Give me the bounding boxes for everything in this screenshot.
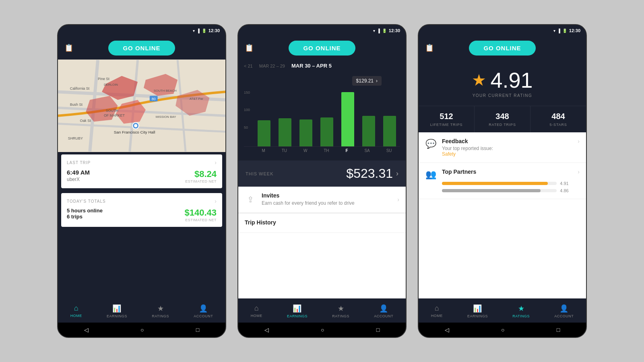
back-button-2[interactable]: ◁ [264,327,269,333]
phone-home: ▾ ▐ 🔋 12:30 📋 GO ONLINE [57,24,226,338]
this-week-label: THIS WEEK [246,171,274,176]
totals-hours: 5 hours online [67,208,103,214]
totals-right: $140.43 ESTIMATED NET [184,208,217,222]
back-button-1[interactable]: ◁ [84,327,89,333]
status-bar-1: ▾ ▐ 🔋 12:30 [58,25,225,36]
home-button-2[interactable]: ○ [321,327,324,333]
partner-bar-value-2: 4.86 [560,188,572,193]
last-trip-header: LAST TRIP › [67,159,217,166]
svg-text:California St: California St [70,86,90,90]
home-button-1[interactable]: ○ [140,327,144,333]
ratings-icon-3: ★ [518,304,524,313]
wifi-icon-3: ▾ [553,29,555,33]
clipboard-icon-1[interactable]: 📋 [64,43,73,52]
android-nav-3: ◁ ○ □ [419,323,586,337]
go-online-button-2[interactable]: GO ONLINE [289,41,355,56]
nav-home-label-2: HOME [251,314,262,318]
nav-account-1[interactable]: 👤 ACCOUNT [194,304,213,318]
totals-amount-label: ESTIMATED NET [184,218,217,222]
last-trip-chevron[interactable]: › [215,159,217,166]
stat-lifetime-label: LIFETIME TRIPS [430,123,463,127]
phone-earnings: ▾ ▐ 🔋 12:30 📋 GO ONLINE < 21 MAR 22 – 29… [237,24,407,338]
nav-home-1[interactable]: ⌂ HOME [70,304,82,318]
day-th: TH [324,148,329,153]
status-time-2: 12:30 [389,28,400,33]
stat-rated-label: RATED TRIPS [489,123,516,127]
recents-button-3[interactable]: □ [557,327,560,333]
go-online-button-3[interactable]: GO ONLINE [469,41,535,56]
nav-earnings-3[interactable]: 📊 EARNINGS [467,304,488,318]
partner-bar-fill-1 [442,182,548,185]
home-button-3[interactable]: ○ [501,327,504,333]
day-sa: SA [364,148,369,153]
nav-home-2[interactable]: ⌂ HOME [251,304,262,318]
group-icon: 👥 [425,169,436,180]
this-week-amount: $523.31 › [346,166,398,181]
rating-stars-row: ★ 4.91 [472,69,533,91]
nav-home-label-3: HOME [431,314,443,318]
svg-text:MISSION BAY: MISSION BAY [156,115,177,119]
svg-text:SHRUBY: SHRUBY [68,136,83,140]
nav-account-2[interactable]: 👤 ACCOUNT [374,304,393,318]
stat-rated-value: 348 [495,112,509,121]
totals-label: TODAY'S TOTALS [67,199,106,204]
bar-w [299,119,312,146]
recents-button-2[interactable]: □ [376,327,380,333]
home-icon-3: ⌂ [435,304,439,313]
phone-ratings: ▾ ▐ 🔋 12:30 📋 GO ONLINE ★ 4.91 YOUR CURR… [418,24,587,338]
top-partners-chevron: › [578,169,580,175]
status-bar-2: ▾ ▐ 🔋 12:30 [238,25,406,36]
week-current[interactable]: MAR 30 – APR 5 [291,63,332,69]
back-button-3[interactable]: ◁ [445,327,449,333]
nav-home-3[interactable]: ⌂ HOME [431,304,443,318]
trip-history-item[interactable]: Trip History [238,213,406,233]
nav-account-label-3: ACCOUNT [554,314,574,318]
this-week-bar[interactable]: THIS WEEK $523.31 › [238,160,406,187]
nav-ratings-2[interactable]: ★ RATINGS [332,304,349,318]
signal-icon: ▐ [197,29,200,33]
status-icons-3: ▾ ▐ 🔋 12:30 [553,28,580,33]
nav-ratings-label-2: RATINGS [332,314,349,318]
last-trip-type: uberX [67,177,90,182]
recents-button-1[interactable]: □ [196,327,199,333]
nav-ratings-1[interactable]: ★ RATINGS [152,304,169,318]
feedback-icon: 💬 [425,139,436,149]
go-online-button-1[interactable]: GO ONLINE [108,41,175,56]
invites-chevron: › [397,196,399,203]
invites-title: Invites [262,192,392,199]
nav-account-3[interactable]: 👤 ACCOUNT [554,304,574,318]
account-icon-3: 👤 [559,304,568,313]
ratings-list: 💬 Feedback Your top reported issue: Safe… [419,132,586,298]
clipboard-icon-2[interactable]: 📋 [245,43,254,52]
top-partners-item[interactable]: 👥 Top Partners 4.91 [419,163,586,199]
day-labels: M TU W TH F SA SU [244,148,400,153]
trip-history-label: Trip History [245,219,399,226]
clipboard-icon-3[interactable]: 📋 [425,43,434,52]
stats-row: 512 LIFETIME TRIPS 348 RATED TRIPS 484 5… [419,106,586,132]
svg-text:Pine St: Pine St [98,77,109,81]
invites-item[interactable]: ⇪ Invites Earn cash for every friend you… [238,187,406,213]
rating-subtitle: YOUR CURRENT RATING [473,93,533,98]
week-prev[interactable]: MAR 22 – 29 [259,64,285,68]
nav-account-label-2: ACCOUNT [374,314,393,318]
feedback-item[interactable]: 💬 Feedback Your top reported issue: Safe… [419,132,586,163]
earnings-icon-2: 📊 [293,304,301,313]
svg-text:Bush St: Bush St [70,103,83,107]
status-icons-1: ▾ ▐ 🔋 12:30 [193,28,220,33]
totals-left: 5 hours online 6 trips [67,208,103,220]
nav-ratings-3[interactable]: ★ RATINGS [512,304,530,318]
last-trip-label: LAST TRIP [67,160,91,165]
totals-chevron[interactable]: › [215,198,217,204]
nav-earnings-label-2: EARNINGS [287,314,308,318]
chart-bars [244,90,400,147]
amount-badge-value: $129.21 [356,78,374,84]
rating-value: 4.91 [490,69,533,91]
map-area[interactable]: California St Bush St Oak St SHRUBY San … [58,60,225,152]
week-prev-prev[interactable]: < 21 [244,64,253,68]
nav-earnings-1[interactable]: 📊 EARNINGS [107,304,127,318]
amount-badge-chevron: › [376,78,378,84]
nav-earnings-2[interactable]: 📊 EARNINGS [287,304,308,318]
amount-badge: $129.21 › [352,76,382,86]
svg-text:80: 80 [152,97,156,101]
ratings-icon-2: ★ [338,304,344,313]
